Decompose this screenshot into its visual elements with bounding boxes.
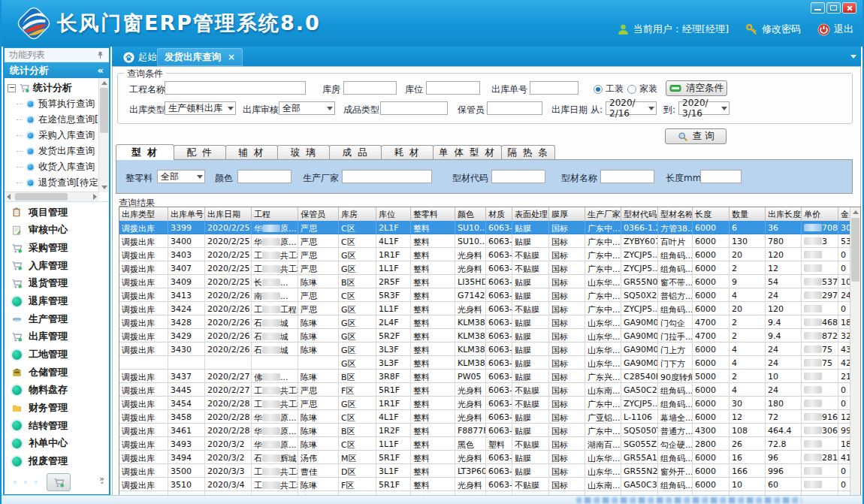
- column-header-型材代码[interactable]: 型材代码: [621, 207, 658, 221]
- close-button[interactable]: [842, 2, 856, 14]
- collapse-icon[interactable]: «: [98, 65, 104, 76]
- material-tab-7[interactable]: 单 体 型 材: [433, 145, 502, 160]
- column-header-型材名称[interactable]: 型材名称: [658, 207, 693, 221]
- column-header-生产厂家[interactable]: 生产厂家: [585, 207, 621, 221]
- table-row[interactable]: 调拨出库34032020/2/25工共工程严思G区1R1F整料光身料6063-T…: [119, 248, 850, 261]
- column-header-颜色[interactable]: 颜色: [455, 207, 486, 221]
- date-to-picker[interactable]: 2020/ 3/16: [678, 101, 730, 115]
- profile-name-input[interactable]: [600, 170, 654, 183]
- table-row[interactable]: 调拨出库34542020/2/28工共工程严思G区1R1F整料光身料6063-T…: [119, 397, 850, 410]
- sidebar-item-工地管理[interactable]: 工地管理: [11, 346, 109, 363]
- table-row[interactable]: 调拨出库34612020/2/28华原...陈琳B区1R2F整料F8877FT6…: [119, 424, 850, 437]
- manufacturer-input[interactable]: [342, 170, 432, 183]
- table-row[interactable]: 调拨出库34242020/2/26工工程严思G区1L1F整料光身料6063-T5…: [119, 302, 850, 315]
- audit-select[interactable]: 全部: [279, 101, 335, 115]
- color-input[interactable]: [237, 170, 292, 183]
- table-row[interactable]: 调拨出库33992020/2/25华原...严思C区2L1F整料SU10...6…: [119, 221, 850, 234]
- project-name-input[interactable]: [165, 81, 306, 95]
- tree-item-6[interactable]: 退货查询[待定]: [5, 175, 99, 191]
- pin-icon[interactable]: [96, 51, 104, 59]
- column-header-工程[interactable]: 工程: [252, 207, 298, 221]
- material-tab-2[interactable]: 配 件: [174, 145, 226, 160]
- radio-gongzhuang[interactable]: 工装: [594, 83, 624, 95]
- sidebar-item-物料盘存[interactable]: 物料盘存: [11, 382, 109, 398]
- location-input[interactable]: [426, 81, 480, 95]
- column-header-表面处理[interactable]: 表面处理: [512, 207, 549, 221]
- clear-conditions-button[interactable]: 清空条件: [666, 80, 727, 96]
- material-tab-8[interactable]: 隔 热 条: [501, 145, 555, 160]
- keeper-input[interactable]: [487, 101, 542, 115]
- column-header-保管员[interactable]: 保管员: [298, 207, 339, 221]
- tree-horizontal-scrollbar[interactable]: [5, 192, 99, 201]
- column-header-库位[interactable]: 库位: [376, 207, 411, 221]
- maximize-button[interactable]: [826, 2, 841, 14]
- scroll-down-icon[interactable]: [101, 186, 107, 189]
- table-row[interactable]: 调拨出库34292020/2/26石城陈琳G区5R2F整料KLM38176063…: [119, 329, 850, 343]
- column-header-整零料[interactable]: 整零料: [411, 207, 455, 221]
- product-type-input[interactable]: [380, 101, 448, 115]
- material-tab-1[interactable]: 型 材: [116, 144, 174, 160]
- tree-item-2[interactable]: 在途信息查询[待: [5, 112, 99, 128]
- column-header-数量[interactable]: 数量: [730, 207, 766, 221]
- material-tab-6[interactable]: 耗 材: [381, 145, 434, 160]
- sidebar-item-项目管理[interactable]: 项目管理: [11, 204, 109, 221]
- table-row[interactable]: 调拨出库34302020/2/26石城陈琳G区3L3F整料KLM38176063…: [119, 343, 850, 356]
- tree-root-statistics[interactable]: 统计分析: [5, 80, 99, 96]
- profile-code-input[interactable]: [491, 170, 545, 183]
- tree-item-4[interactable]: 发货出库查询: [5, 143, 99, 159]
- minimize-button[interactable]: [811, 2, 825, 14]
- table-row[interactable]: 调拨出库34582020/2/28华原...陈琳C区4L1F整料光身料6063-…: [119, 410, 850, 424]
- scroll-up-icon[interactable]: [853, 210, 859, 214]
- scroll-right-icon[interactable]: [93, 194, 97, 200]
- column-header-出库单号[interactable]: 出库单号: [168, 207, 205, 221]
- radio-selected-icon[interactable]: [594, 85, 603, 94]
- column-header-长度[interactable]: 长度: [693, 207, 730, 221]
- length-input[interactable]: [700, 170, 742, 183]
- sidebar-item-结转管理[interactable]: 结转管理: [11, 418, 109, 434]
- sidebar-item-采购管理[interactable]: 采购管理: [11, 240, 109, 256]
- tree-vertical-scrollbar[interactable]: [98, 78, 109, 192]
- sidebar-item-审核中心[interactable]: 审核中心: [11, 222, 109, 238]
- toolbar-overflow-button[interactable]: » ˅: [99, 475, 104, 489]
- sidebar-item-退库管理[interactable]: 退库管理: [11, 293, 109, 309]
- statistics-section-header[interactable]: 统计分析 «: [5, 62, 109, 78]
- grid-vertical-scrollbar[interactable]: [850, 207, 860, 504]
- tab-close-icon[interactable]: ×: [228, 52, 235, 62]
- column-header-膜厚[interactable]: 膜厚: [549, 207, 585, 221]
- table-row[interactable]: 调拨出库34002020/2/25华原...严思C区4L1F整料SU10...6…: [119, 234, 850, 248]
- table-row[interactable]: 调拨出库35102020/3/4工共工程陈琳F区5R1F整料光身料6063-T5…: [119, 478, 850, 491]
- column-header-材质[interactable]: 材质: [486, 207, 512, 221]
- scroll-left-icon[interactable]: [7, 194, 11, 200]
- whole-part-select[interactable]: 全部: [157, 170, 205, 183]
- column-header-出库类型[interactable]: 出库类型: [119, 207, 168, 221]
- sidebar-item-仓储管理[interactable]: 仓储管理: [11, 364, 109, 381]
- warehouse-input[interactable]: [343, 81, 397, 95]
- table-row[interactable]: 调拨出库34452020/2/27工共工程严思F区5R1F整料光身料6063-T…: [119, 383, 850, 397]
- logout-button[interactable]: 退出: [817, 23, 853, 36]
- search-button[interactable]: 查 询: [665, 128, 727, 144]
- column-header-单价[interactable]: 单价: [802, 207, 838, 221]
- sidebar-item-财务管理[interactable]: 财务管理: [11, 400, 109, 416]
- sidebar-item-补单中心[interactable]: 补单中心: [11, 435, 109, 451]
- sidebar-item-报废管理[interactable]: 报废管理: [11, 453, 109, 469]
- tab-shipment-outbound-query[interactable]: 发货出库查询 ×: [157, 48, 243, 66]
- column-header-库房[interactable]: 库房: [339, 207, 376, 221]
- sidebar-item-退货管理[interactable]: 退货管理: [11, 275, 109, 291]
- column-header-出库长度[interactable]: 出库长度: [766, 207, 802, 221]
- material-tab-4[interactable]: 玻 璃: [277, 145, 330, 160]
- table-row[interactable]: 调拨出库34942020/3/2石辉城汤伟M区5R1F整料光身料6063-T5贴…: [119, 451, 850, 464]
- tree-item-5[interactable]: 收货入库查询: [5, 159, 99, 175]
- sidebar-item-生产管理[interactable]: 生产管理: [11, 311, 109, 327]
- table-row[interactable]: 调拨出库34372020/2/27佛...陈琳B区3R8F整料PW056063-…: [119, 370, 850, 383]
- material-tab-3[interactable]: 辅 材: [225, 145, 278, 160]
- table-row[interactable]: 调拨出库34132020/2/26南...严思C区5R3F整料G71422606…: [119, 288, 850, 302]
- tab-list-caret-icon[interactable]: [850, 55, 856, 59]
- table-row[interactable]: 调拨出库34092020/2/25长...陈琳B区2R5F整料LI35HD606…: [119, 275, 850, 288]
- table-row[interactable]: G区3L3F整料KLM38176063-T5贴膜国标山东华...GA90M09.…: [119, 356, 850, 370]
- toolbar-cart-button[interactable]: [47, 473, 71, 491]
- order-no-input[interactable]: [530, 81, 579, 95]
- scroll-up-icon[interactable]: [101, 81, 107, 85]
- tree-expander-icon[interactable]: [8, 84, 16, 92]
- out-type-select[interactable]: 生产领料出库: [165, 101, 236, 115]
- date-from-picker[interactable]: 2020/ 2/16: [606, 101, 657, 115]
